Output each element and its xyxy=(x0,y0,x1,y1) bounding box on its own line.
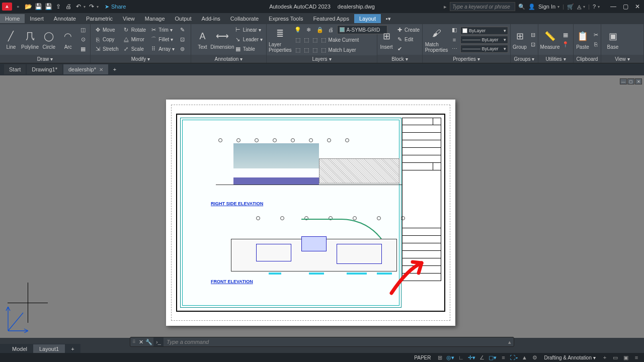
tab-expresstools[interactable]: Express Tools xyxy=(264,14,308,23)
cmdline-input[interactable]: Type a command xyxy=(164,339,506,345)
panel-title-draw[interactable]: Draw ▾ xyxy=(0,55,90,63)
lt-btn[interactable]: ⋯ xyxy=(449,45,459,54)
panel-title-block[interactable]: Block ▾ xyxy=(377,55,422,63)
panel-title-utilities[interactable]: Utilities ▾ xyxy=(538,55,573,63)
search-input[interactable]: Type a keyword or phrase xyxy=(450,2,515,11)
line-button[interactable]: ╱Line xyxy=(2,26,20,54)
cmdline-customize-icon[interactable]: 🔧 xyxy=(144,339,153,345)
search-arrow-icon[interactable]: ▸ xyxy=(444,4,447,10)
tab-parametric[interactable]: Parametric xyxy=(81,14,118,23)
sb-max-icon[interactable]: ▣ xyxy=(621,354,630,361)
vp-close-button[interactable]: ✕ xyxy=(635,78,642,84)
new-icon[interactable]: ▫ xyxy=(14,3,22,11)
panel-title-layers[interactable]: Layers ▾ xyxy=(267,55,377,63)
util-fly-2[interactable]: 📍 xyxy=(560,40,571,49)
tab-collaborate[interactable]: Collaborate xyxy=(225,14,264,23)
drawing-area[interactable]: — ▢ ✕ RIGHT SIDE ELEVATION xyxy=(0,75,644,338)
dimension-button[interactable]: ⟷Dimension xyxy=(213,26,232,54)
move-button[interactable]: ✥Move xyxy=(93,26,120,35)
filetab-drawing1[interactable]: Drawing1* xyxy=(27,64,62,74)
vp-maximize-button[interactable]: ▢ xyxy=(627,78,634,84)
layouttab-layout1[interactable]: Layout1 xyxy=(33,344,65,353)
base-button[interactable]: ▣Base xyxy=(603,26,622,54)
polyline-button[interactable]: ⺇Polyline xyxy=(21,26,39,54)
panel-title-annotation[interactable]: Annotation ▾ xyxy=(191,55,266,63)
color-dropdown[interactable]: ByLayer▾ xyxy=(460,27,508,35)
modify-flyout-1[interactable]: ✎ xyxy=(177,26,187,35)
add-filetab-button[interactable]: + xyxy=(109,66,120,72)
modify-flyout-2[interactable]: ⊡ xyxy=(177,35,187,44)
insert-button[interactable]: ⊞Insert xyxy=(379,26,393,54)
measure-button[interactable]: 📏Measure xyxy=(540,26,559,54)
scale-button[interactable]: ⤢Scale xyxy=(121,45,147,54)
undo-icon[interactable]: ↶ xyxy=(74,3,83,11)
rotate-button[interactable]: ↻Rotate xyxy=(121,26,147,35)
minimize-button[interactable]: — xyxy=(609,2,618,11)
vp-minimize-button[interactable]: — xyxy=(620,78,627,84)
add-layouttab-button[interactable]: + xyxy=(65,344,80,353)
plot-icon[interactable]: 🖨 xyxy=(64,3,72,11)
command-line[interactable]: ⠿ ✕ 🔧 ›_ Type a command ▴ xyxy=(130,337,514,347)
match-layer-button[interactable]: ⬚⬚⬚⬚Match Layer xyxy=(293,45,387,54)
workspace-dropdown[interactable]: Drafting & Annotation ▾ xyxy=(541,355,599,360)
help-icon[interactable]: ? xyxy=(593,4,596,10)
panel-title-groups[interactable]: Groups ▾ xyxy=(511,55,538,63)
tab-insert[interactable]: Insert xyxy=(25,14,49,23)
layer-state-1[interactable]: 💡 xyxy=(293,25,303,34)
grid-icon[interactable]: ⊞ xyxy=(435,354,444,361)
panel-title-view[interactable]: View ▾ xyxy=(601,55,643,63)
layer-state-3[interactable]: 🔒 xyxy=(315,25,325,34)
util-fly-1[interactable]: ▦ xyxy=(560,30,571,39)
mirror-button[interactable]: ⧋Mirror xyxy=(121,35,147,44)
panel-title-properties[interactable]: Properties ▾ xyxy=(423,55,510,63)
signin-label[interactable]: Sign In xyxy=(538,4,555,10)
fillet-button[interactable]: ⌒Fillet ▾ xyxy=(148,35,176,44)
user-icon[interactable]: 👤 xyxy=(528,4,535,10)
close-icon[interactable]: ✕ xyxy=(99,67,103,72)
cmdline-handle-icon[interactable]: ⠿ xyxy=(130,339,137,344)
osnap-icon[interactable]: ▢▾ xyxy=(488,354,497,361)
tab-output[interactable]: Output xyxy=(170,14,197,23)
trim-button[interactable]: ✂Trim ▾ xyxy=(148,26,176,35)
leader-button[interactable]: ↘Leader ▾ xyxy=(233,35,264,44)
draw-flyout-1[interactable]: ◫ xyxy=(78,26,88,35)
autodesk-app-icon[interactable]: ◬ xyxy=(577,4,581,10)
group-fly-1[interactable]: ⊟ xyxy=(528,30,538,39)
color-btn[interactable]: ◧ xyxy=(449,26,459,35)
make-current-button[interactable]: ⬚⬚⬚⬚Make Current xyxy=(293,35,387,44)
arc-button[interactable]: ◠Arc xyxy=(59,26,77,54)
linetype-dropdown[interactable]: ———— ByLayer▾ xyxy=(460,45,508,53)
paper-sheet[interactable]: RIGHT SIDE ELEVATION FRONT ELEVATION xyxy=(166,100,455,326)
table-button[interactable]: ▦Table xyxy=(233,45,264,54)
tab-annotate[interactable]: Annotate xyxy=(49,14,81,23)
iso-icon[interactable]: ∠ xyxy=(477,354,487,361)
scale-icon[interactable]: ⛶▾ xyxy=(509,354,518,361)
layer-state-4[interactable]: 🖨 xyxy=(326,25,336,34)
web-mobile-icon[interactable]: ⇪ xyxy=(54,3,62,11)
tab-extra[interactable]: ▪▾ xyxy=(381,14,396,24)
tab-featuredapps[interactable]: Featured Apps xyxy=(308,14,354,23)
viewport[interactable]: RIGHT SIDE ELEVATION FRONT ELEVATION xyxy=(180,118,401,308)
saveas-icon[interactable]: 💾 xyxy=(44,3,52,11)
copy-button[interactable]: ⎘Copy xyxy=(93,35,120,44)
close-button[interactable]: ✕ xyxy=(633,2,642,11)
draw-flyout-2[interactable]: ⊙ xyxy=(78,35,88,44)
clip-fly-2[interactable]: ⎘ xyxy=(591,40,601,49)
snap-icon[interactable]: ◎▾ xyxy=(446,354,455,361)
layer-properties-button[interactable]: ≣Layer Properties xyxy=(269,26,292,54)
cart-icon[interactable]: 🛒 xyxy=(567,4,574,10)
search-icon[interactable]: 🔍 xyxy=(518,4,525,10)
annomon-icon[interactable]: ▲ xyxy=(520,354,529,361)
linear-button[interactable]: ⊢Linear ▾ xyxy=(233,26,264,35)
cmdline-expand-icon[interactable]: ▴ xyxy=(506,339,514,345)
sb-plus-icon[interactable]: + xyxy=(600,354,609,361)
clip-fly-1[interactable]: ✂ xyxy=(591,30,601,39)
paste-button[interactable]: 📋Paste xyxy=(576,26,590,54)
array-button[interactable]: ⠿Array ▾ xyxy=(148,45,176,54)
block-edit-button[interactable]: ✎Edit xyxy=(394,35,421,44)
draw-flyout-3[interactable]: ▦ xyxy=(78,45,88,54)
app-icon[interactable]: A xyxy=(2,3,12,11)
share-button[interactable]: ➤ Share xyxy=(105,4,126,10)
redo-icon[interactable]: ↷ xyxy=(88,3,96,11)
stretch-button[interactable]: ⇲Stretch xyxy=(93,45,120,54)
